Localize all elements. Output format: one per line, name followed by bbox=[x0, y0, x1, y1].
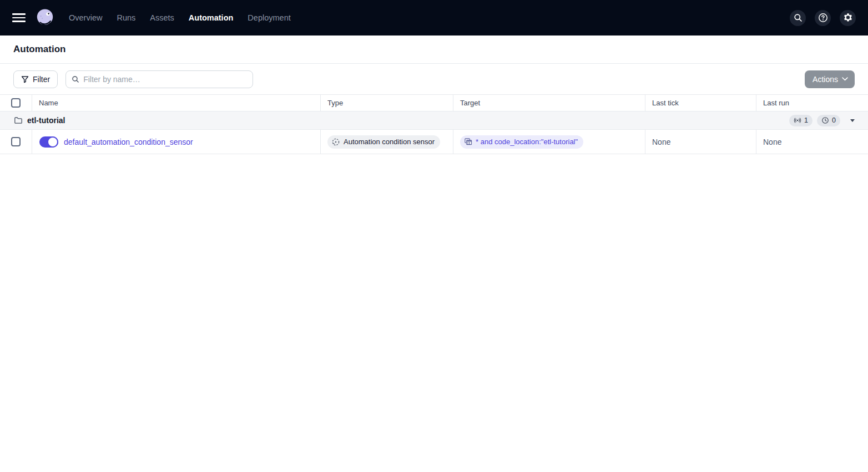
help-icon bbox=[818, 13, 828, 23]
last-run-value: None bbox=[763, 138, 781, 146]
row-checkbox[interactable] bbox=[11, 137, 21, 146]
last-tick-value: None bbox=[652, 138, 670, 146]
help-button[interactable] bbox=[815, 10, 831, 26]
actions-button[interactable]: Actions bbox=[805, 70, 855, 88]
funnel-icon bbox=[21, 75, 29, 83]
asset-table-icon bbox=[464, 138, 472, 146]
navbar-actions bbox=[790, 10, 856, 26]
table-row: default_automation_condition_sensor Auto… bbox=[0, 130, 868, 154]
select-all-checkbox[interactable] bbox=[11, 98, 21, 108]
page-title: Automation bbox=[13, 44, 65, 55]
automation-condition-icon bbox=[331, 138, 340, 146]
sensor-type-badge: Automation condition sensor bbox=[327, 135, 440, 149]
folder-icon bbox=[14, 116, 23, 125]
column-header-last-run: Last run bbox=[756, 95, 868, 111]
schedule-count: 0 bbox=[832, 116, 836, 124]
search-icon bbox=[72, 75, 79, 83]
gear-icon bbox=[843, 13, 853, 23]
nav-item-runs[interactable]: Runs bbox=[117, 13, 135, 22]
top-navbar: Overview Runs Assets Automation Deployme… bbox=[0, 0, 868, 35]
page-header: Automation bbox=[0, 35, 868, 64]
group-row-etl-tutorial[interactable]: etl-tutorial 1 0 bbox=[0, 111, 868, 130]
group-summary: 1 0 bbox=[789, 115, 858, 126]
chevron-down-icon bbox=[842, 77, 848, 81]
group-name: etl-tutorial bbox=[27, 116, 65, 125]
sensor-type-label: Automation condition sensor bbox=[344, 138, 435, 146]
column-header-last-tick: Last tick bbox=[645, 95, 756, 111]
settings-button[interactable] bbox=[840, 10, 856, 26]
toolbar: Filter Actions bbox=[0, 64, 868, 95]
sensor-count-badge: 1 bbox=[789, 115, 813, 126]
hamburger-menu-icon[interactable] bbox=[12, 11, 26, 24]
nav-item-overview[interactable]: Overview bbox=[69, 13, 102, 22]
clock-icon bbox=[821, 116, 829, 124]
column-header-name: Name bbox=[32, 95, 321, 111]
search-button[interactable] bbox=[790, 10, 806, 26]
sensor-name-link[interactable]: default_automation_condition_sensor bbox=[64, 138, 193, 146]
filter-button[interactable]: Filter bbox=[13, 70, 58, 88]
group-collapse-button[interactable] bbox=[847, 117, 858, 124]
sensor-icon bbox=[794, 116, 801, 124]
actions-button-label: Actions bbox=[813, 75, 838, 84]
sensor-enabled-toggle[interactable] bbox=[39, 136, 58, 148]
dagster-logo[interactable] bbox=[34, 7, 55, 28]
sensor-count: 1 bbox=[804, 116, 808, 124]
nav-item-deployment[interactable]: Deployment bbox=[248, 13, 290, 22]
automation-table: Name Type Target Last tick Last run etl-… bbox=[0, 95, 868, 154]
toggle-knob bbox=[47, 136, 58, 148]
table-header-row: Name Type Target Last tick Last run bbox=[0, 95, 868, 111]
name-filter-field bbox=[65, 70, 253, 88]
nav-item-automation[interactable]: Automation bbox=[189, 13, 234, 22]
target-selection-badge[interactable]: * and code_location:"etl-tutorial" bbox=[460, 135, 583, 149]
name-filter-input[interactable] bbox=[83, 75, 247, 84]
schedule-count-badge: 0 bbox=[817, 115, 840, 126]
nav-item-assets[interactable]: Assets bbox=[150, 13, 174, 22]
target-selection-label: * and code_location:"etl-tutorial" bbox=[476, 138, 578, 146]
column-header-type: Type bbox=[321, 95, 453, 111]
column-header-target: Target bbox=[453, 95, 645, 111]
octopus-logo-icon bbox=[34, 7, 55, 28]
main-nav: Overview Runs Assets Automation Deployme… bbox=[69, 13, 291, 22]
search-icon bbox=[794, 13, 803, 22]
caret-down-icon bbox=[850, 119, 855, 122]
filter-button-label: Filter bbox=[33, 75, 50, 84]
